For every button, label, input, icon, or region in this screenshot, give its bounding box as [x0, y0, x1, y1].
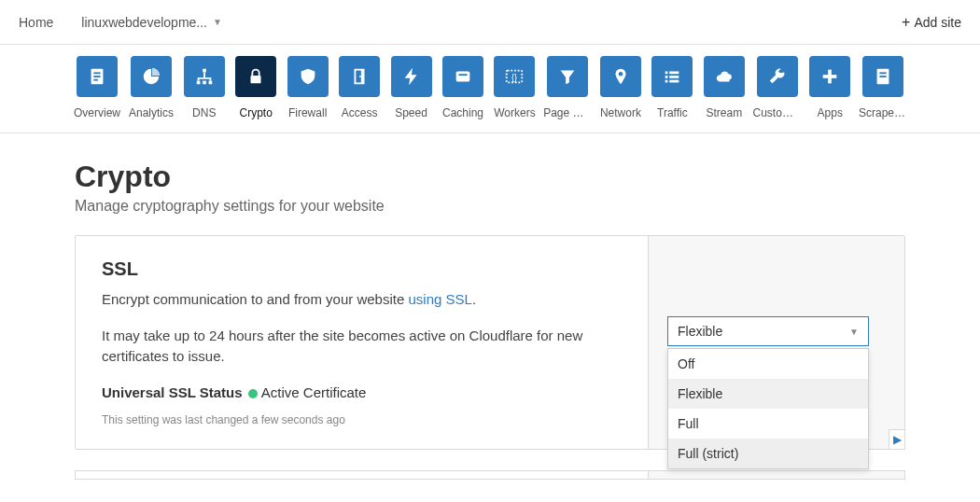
svg-rect-22 [670, 80, 679, 83]
nav-tab-label: Analytics [129, 106, 174, 119]
ssl-mode-dropdown: OffFlexibleFullFull (strict) [667, 348, 869, 469]
svg-rect-1 [93, 72, 100, 74]
ssl-card-control: Flexible ▼ OffFlexibleFullFull (strict) … [648, 236, 904, 449]
ssl-status-row: Universal SSL Status Active Certificate [102, 384, 622, 400]
pie-icon [131, 56, 172, 97]
ssl-desc-post: . [472, 291, 476, 307]
svg-rect-26 [879, 72, 886, 74]
nav-tab-overview[interactable]: Overview [75, 56, 119, 119]
nav-tab-label: Stream [706, 106, 742, 119]
svg-rect-13 [458, 74, 467, 76]
svg-rect-5 [196, 81, 200, 85]
nav-tab-label: Apps [818, 106, 843, 119]
nav-tab-label: DNS [192, 106, 216, 119]
ssl-option-full-strict-[interactable]: Full (strict) [668, 439, 868, 468]
nav-tab-network[interactable]: Network [599, 56, 641, 119]
nav-tab-traffic[interactable]: Traffic [651, 56, 693, 119]
code-icon: {} [494, 56, 535, 97]
using-ssl-link[interactable]: using SSL [408, 291, 471, 307]
topbar: Home linuxwebdevelopme... ▼ + Add site [0, 0, 980, 45]
funnel-icon [547, 56, 588, 97]
main: Crypto Manage cryptography settings for … [0, 133, 980, 498]
svg-rect-4 [203, 69, 206, 73]
svg-rect-8 [251, 76, 261, 83]
nav-tab-speed[interactable]: Speed [390, 56, 432, 119]
page-icon [862, 56, 903, 97]
nav-tab-access[interactable]: Access [338, 56, 380, 119]
site-selector-label: linuxwebdevelopme... [81, 15, 207, 30]
pin-icon [600, 56, 641, 97]
home-link[interactable]: Home [19, 15, 53, 30]
nav-tab-label: Network [600, 106, 641, 119]
nav-tab-custom[interactable]: Custom … [755, 56, 800, 119]
site-selector[interactable]: linuxwebdevelopme... ▼ [81, 15, 222, 30]
nav-tab-scrape[interactable]: Scrape … [861, 56, 905, 119]
list-icon [651, 56, 693, 97]
page-title: Crypto [75, 160, 905, 194]
nav-tab-label: Traffic [657, 106, 688, 119]
door-icon [339, 56, 380, 97]
nav-tab-label: Firewall [288, 106, 327, 119]
svg-rect-3 [93, 79, 98, 81]
add-site-label: Add site [914, 15, 961, 30]
svg-rect-18 [670, 72, 679, 75]
svg-rect-7 [208, 81, 212, 85]
nav-tab-crypto[interactable]: Crypto [234, 56, 276, 119]
nav-tab-pagerules[interactable]: Page Ru… [545, 56, 590, 119]
svg-point-16 [619, 72, 623, 77]
page-subtitle: Manage cryptography settings for your we… [75, 198, 905, 215]
ssl-mode-select[interactable]: Flexible ▼ [667, 316, 869, 346]
cloud-icon [704, 56, 745, 97]
chevron-down-icon: ▼ [213, 17, 222, 27]
plus-icon [809, 56, 850, 97]
ssl-desc-pre: Encrypt communication to and from your w… [102, 291, 408, 307]
topbar-left: Home linuxwebdevelopme... ▼ [19, 15, 222, 30]
ssl-mode-selected: Flexible [678, 324, 722, 339]
status-dot-icon [248, 389, 258, 398]
tree-icon [184, 56, 225, 97]
ssl-status-value: Active Certificate [261, 384, 367, 400]
svg-rect-6 [203, 81, 206, 85]
nav-tab-label: Access [342, 106, 378, 119]
nav-tab-firewall[interactable]: Firewall [287, 56, 329, 119]
nav-tab-caching[interactable]: Caching [441, 56, 483, 119]
ssl-status-label: Universal SSL Status [102, 384, 243, 400]
svg-text:{}: {} [511, 73, 517, 82]
svg-rect-17 [665, 72, 668, 75]
nav-tab-label: Crypto [240, 106, 273, 119]
ssl-card-desc: Encrypt communication to and from your w… [102, 289, 622, 311]
nav-tab-label: Workers [494, 106, 535, 119]
shield-icon [287, 56, 329, 97]
svg-point-11 [359, 76, 361, 77]
ssl-option-full[interactable]: Full [668, 409, 868, 439]
next-card-peek-right [648, 471, 904, 479]
svg-rect-27 [879, 76, 886, 77]
lock-icon [235, 56, 276, 97]
bolt-icon [391, 56, 432, 97]
nav-tab-label: Caching [442, 106, 483, 119]
svg-rect-21 [665, 80, 668, 83]
nav-tabs: OverviewAnalyticsDNSCryptoFirewallAccess… [0, 45, 980, 133]
ssl-option-off[interactable]: Off [668, 349, 868, 379]
nav-tab-label: Overview [74, 106, 120, 119]
chevron-down-icon: ▼ [849, 327, 859, 337]
svg-rect-20 [670, 76, 679, 78]
nav-tab-stream[interactable]: Stream [703, 56, 745, 119]
doc-icon [77, 56, 118, 97]
ssl-option-flexible[interactable]: Flexible [668, 379, 868, 409]
nav-tab-label: Page Ru… [543, 106, 592, 119]
plus-icon: + [902, 15, 910, 30]
nav-tab-analytics[interactable]: Analytics [129, 56, 174, 119]
svg-rect-19 [665, 76, 668, 78]
ssl-card: SSL Encrypt communication to and from yo… [75, 235, 905, 450]
nav-tab-apps[interactable]: Apps [809, 56, 851, 119]
layers-icon [442, 56, 483, 97]
help-toggle[interactable]: ▶ [889, 429, 905, 450]
nav-tab-dns[interactable]: DNS [183, 56, 225, 119]
nav-tab-workers[interactable]: {}Workers [494, 56, 536, 119]
ssl-card-title: SSL [102, 258, 622, 280]
add-site-button[interactable]: + Add site [902, 15, 961, 30]
svg-rect-2 [93, 76, 100, 77]
ssl-card-note: It may take up to 24 hours after the sit… [102, 326, 622, 368]
svg-rect-12 [456, 72, 470, 82]
